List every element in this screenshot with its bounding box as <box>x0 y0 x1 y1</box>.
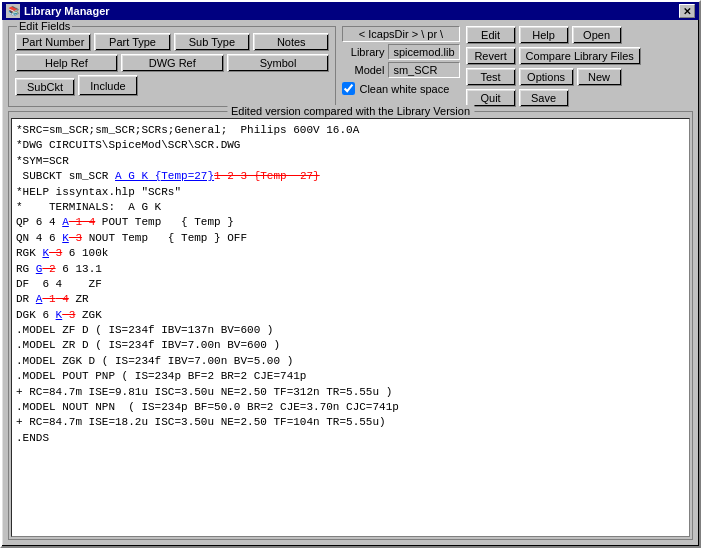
editor-line: .ENDS <box>16 431 685 446</box>
red-strikethrough: 3 <box>69 232 82 244</box>
right-row-1: Edit Help Open <box>466 26 641 44</box>
normal-text: POUT Temp { Temp } <box>95 216 234 228</box>
red-strikethrough: 1 <box>69 216 82 228</box>
notes-button[interactable]: Notes <box>253 33 329 51</box>
normal-text: SUBCKT sm_SCR <box>16 170 115 182</box>
right-buttons: Edit Help Open Revert Compare Library Fi… <box>466 26 641 107</box>
test-button[interactable]: Test <box>466 68 516 86</box>
red-strikethrough: 4 <box>56 293 69 305</box>
editor-line: DR A 1 4 ZR <box>16 292 685 307</box>
normal-text: RG <box>16 263 36 275</box>
normal-text: DGK 6 <box>16 309 56 321</box>
editor-line: RG G 2 6 13.1 <box>16 262 685 277</box>
symbol-button[interactable]: Symbol <box>227 54 330 72</box>
close-button[interactable]: ✕ <box>679 4 695 18</box>
normal-text: NOUT Temp { Temp } OFF <box>82 232 247 244</box>
path-display: < IcapsDir > \ pr \ <box>342 26 459 42</box>
normal-text: QN 4 6 <box>16 232 62 244</box>
blue-highlight: A <box>62 216 69 228</box>
library-row: Library spicemod.lib <box>342 44 459 60</box>
blue-highlight: K <box>62 232 69 244</box>
options-button[interactable]: Options <box>519 68 574 86</box>
editor-line: .MODEL POUT PNP ( IS=234p BF=2 BR=2 CJE=… <box>16 369 685 384</box>
red-strikethrough: 1 <box>42 293 55 305</box>
red-strikethrough: 3 <box>62 309 75 321</box>
top-section: Edit Fields Part Number Part Type Sub Ty… <box>8 26 693 107</box>
library-manager-window: 📚 Library Manager ✕ Edit Fields Part Num… <box>0 0 701 548</box>
editor-line: QN 4 6 K 3 NOUT Temp { Temp } OFF <box>16 231 685 246</box>
normal-text: QP 6 4 <box>16 216 62 228</box>
title-bar-icon: 📚 <box>6 4 20 18</box>
editor-section: Edited version compared with the Library… <box>8 111 693 540</box>
revert-button[interactable]: Revert <box>466 47 516 65</box>
sub-type-button[interactable]: Sub Type <box>174 33 250 51</box>
normal-text: ZR <box>69 293 89 305</box>
right-row-3: Test Options New <box>466 68 641 86</box>
model-label: Model <box>342 64 384 76</box>
blue-highlight: {Temp=27} <box>148 170 214 182</box>
subckt-button[interactable]: SubCkt <box>15 78 75 96</box>
help-ref-button[interactable]: Help Ref <box>15 54 118 72</box>
part-number-button[interactable]: Part Number <box>15 33 91 51</box>
red-strikethrough: 2 <box>42 263 55 275</box>
editor-area[interactable]: *SRC=sm_SCR;sm_SCR;SCRs;General; Philips… <box>11 118 690 537</box>
editor-line: DF 6 4 ZF <box>16 277 685 292</box>
blue-highlight: A G K <box>115 170 148 182</box>
library-value: spicemod.lib <box>388 44 459 60</box>
middle-section: < IcapsDir > \ pr \ Library spicemod.lib… <box>342 26 459 107</box>
editor-line: *SYM=SCR <box>16 154 685 169</box>
save-button[interactable]: Save <box>519 89 569 107</box>
editor-line: + RC=84.7m ISE=9.81u ISC=3.50u NE=2.50 T… <box>16 385 685 400</box>
editor-line: RGK K 3 6 100k <box>16 246 685 261</box>
include-button[interactable]: Include <box>78 75 138 96</box>
clean-whitespace-checkbox[interactable] <box>342 82 355 95</box>
red-strikethrough: 4 <box>82 216 95 228</box>
editor-line: *DWG CIRCUITS\SpiceMod\SCR\SCR.DWG <box>16 138 685 153</box>
normal-text: ZGK <box>75 309 101 321</box>
editor-line: SUBCKT sm_SCR A G K {Temp=27}1 2 3 {Temp… <box>16 169 685 184</box>
right-row-2: Revert Compare Library Files <box>466 47 641 65</box>
title-bar: 📚 Library Manager ✕ <box>2 2 699 20</box>
editor-line: .MODEL ZR D ( IS=234f IBV=7.00n BV=600 ) <box>16 338 685 353</box>
title-bar-text: Library Manager <box>24 5 679 17</box>
editor-line: DGK 6 K 3 ZGK <box>16 308 685 323</box>
new-button[interactable]: New <box>577 68 622 86</box>
edit-fields-group: Edit Fields Part Number Part Type Sub Ty… <box>8 26 336 107</box>
clean-whitespace-row: Clean white space <box>342 82 459 95</box>
editor-line: * TERMINALS: A G K <box>16 200 685 215</box>
right-row-4: Quit Save <box>466 89 641 107</box>
window-body: Edit Fields Part Number Part Type Sub Ty… <box>2 20 699 546</box>
red-strikethrough: 1 2 3 {Temp 27} <box>214 170 320 182</box>
open-button[interactable]: Open <box>572 26 622 44</box>
editor-line: + RC=84.7m ISE=18.2u ISC=3.50u NE=2.50 T… <box>16 415 685 430</box>
normal-text: 6 100k <box>62 247 108 259</box>
dwg-ref-button[interactable]: DWG Ref <box>121 54 224 72</box>
part-type-button[interactable]: Part Type <box>94 33 170 51</box>
normal-text: 6 13.1 <box>56 263 102 275</box>
model-value: sm_SCR <box>388 62 459 78</box>
normal-text: RGK <box>16 247 42 259</box>
edit-fields-label: Edit Fields <box>17 20 72 32</box>
editor-line: .MODEL ZF D ( IS=234f IBV=137n BV=600 ) <box>16 323 685 338</box>
clean-whitespace-label: Clean white space <box>359 83 449 95</box>
edit-fields-row1: Part Number Part Type Sub Type Notes <box>15 33 329 51</box>
editor-line: .MODEL NOUT NPN ( IS=234p BF=50.0 BR=2 C… <box>16 400 685 415</box>
editor-title: Edited version compared with the Library… <box>227 105 474 117</box>
normal-text: DR <box>16 293 36 305</box>
library-label: Library <box>342 46 384 58</box>
editor-line: .MODEL ZGK D ( IS=234f IBV=7.00n BV=5.00… <box>16 354 685 369</box>
editor-line: *SRC=sm_SCR;sm_SCR;SCRs;General; Philips… <box>16 123 685 138</box>
edit-fields-row2: Help Ref DWG Ref Symbol <box>15 54 329 72</box>
compare-library-files-button[interactable]: Compare Library Files <box>519 47 641 65</box>
model-row: Model sm_SCR <box>342 62 459 78</box>
editor-line: QP 6 4 A 1 4 POUT Temp { Temp } <box>16 215 685 230</box>
red-strikethrough: 3 <box>49 247 62 259</box>
help-button[interactable]: Help <box>519 26 569 44</box>
editor-line: *HELP issyntax.hlp "SCRs" <box>16 185 685 200</box>
edit-button[interactable]: Edit <box>466 26 516 44</box>
